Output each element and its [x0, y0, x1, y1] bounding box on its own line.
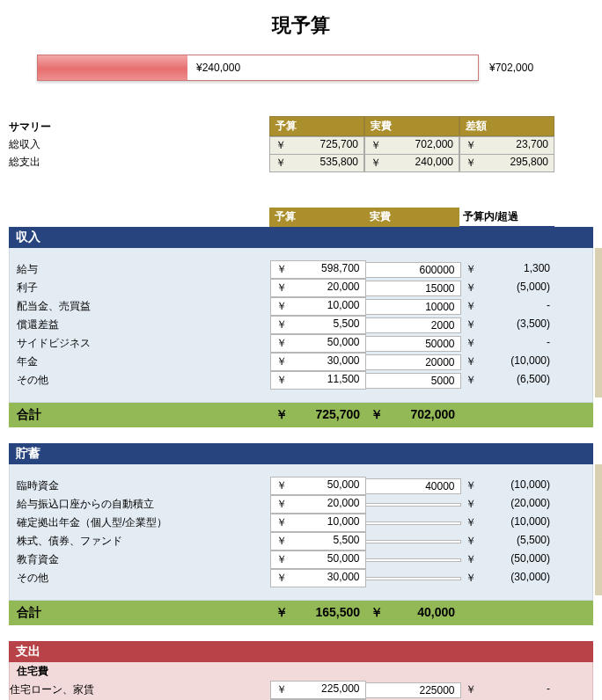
savings-side-tab[interactable]: 毎月: [595, 464, 602, 595]
table-row: 教育資金￥50,000￥(50,000): [10, 551, 592, 569]
income-side-tab[interactable]: 毎月: [595, 248, 602, 397]
income-total-row: 合計 ￥725,700 ￥702,000: [9, 403, 593, 427]
progress-bar: ¥240,000: [37, 55, 479, 81]
summary-header-actual: 実費: [364, 116, 459, 136]
table-row: 住宅ローン、家賃￥225,000225000￥-: [10, 681, 592, 699]
summary-header-budget: 予算: [269, 116, 364, 136]
table-row: 償還差益￥5,5002000￥(3,500): [10, 316, 592, 334]
col-header-actual: 実費: [364, 208, 459, 227]
progress-bar-outer-label: ¥702,000: [489, 62, 533, 74]
savings-section: 貯蓄 臨時資金￥50,00040000￥(10,000)給与振込口座からの自動積…: [9, 443, 593, 625]
summary-header-diff: 差額: [459, 116, 554, 136]
savings-title: 貯蓄: [9, 443, 593, 464]
table-row: その他￥11,5005000￥(6,500): [10, 371, 592, 390]
table-row: 利子￥20,00015000￥(5,000): [10, 279, 592, 297]
expense-section: 支出 住宅費 住宅ローン、家賃￥225,000225000￥-住宅/賃貸保険￥2…: [9, 641, 593, 700]
income-title: 収入: [9, 227, 593, 248]
col-header-diff: 予算内/超過: [459, 208, 554, 227]
summary-title: サマリー: [9, 116, 269, 136]
table-row: 株式、債券、ファンド￥5,500￥(5,500): [10, 532, 592, 551]
page-title: 現予算: [9, 12, 593, 39]
progress-bar-container: ¥240,000 ¥702,000: [37, 55, 593, 81]
table-row: その他￥30,000￥(30,000): [10, 569, 592, 587]
progress-bar-fill: [38, 55, 188, 80]
income-section: 収入 給与￥598,700600000￥1,300利子￥20,00015000￥…: [9, 227, 593, 427]
table-row: 給与振込口座からの自動積立￥20,000￥(20,000): [10, 495, 592, 514]
table-row: 給与￥598,700600000￥1,300: [10, 260, 592, 279]
summary-table: サマリー 予算 実費 差額 総収入 ￥725,700 ￥702,000 ￥23,…: [9, 116, 593, 172]
table-row: 確定拠出年金（個人型/企業型）￥10,000￥(10,000): [10, 514, 592, 532]
col-header-budget: 予算: [269, 208, 364, 227]
progress-bar-inner-label: ¥240,000: [196, 55, 240, 80]
table-row: 年金￥30,00020000￥(10,000): [10, 353, 592, 371]
table-row: 配当金、売買益￥10,00010000￥-: [10, 297, 592, 316]
savings-total-row: 合計 ￥165,500 ￥40,000: [9, 601, 593, 625]
expense-subheader: 住宅費: [10, 662, 592, 681]
table-row: 臨時資金￥50,00040000￥(10,000): [10, 477, 592, 495]
expense-title: 支出: [9, 641, 593, 662]
summary-row-expense: 総支出 ￥535,800 ￥240,000 ￥295,800: [9, 154, 593, 172]
table-row: サイドビジネス￥50,00050000￥-: [10, 334, 592, 353]
section-columns-header: 予算 実費 予算内/超過: [9, 208, 593, 227]
summary-row-income: 総収入 ￥725,700 ￥702,000 ￥23,700: [9, 136, 593, 155]
